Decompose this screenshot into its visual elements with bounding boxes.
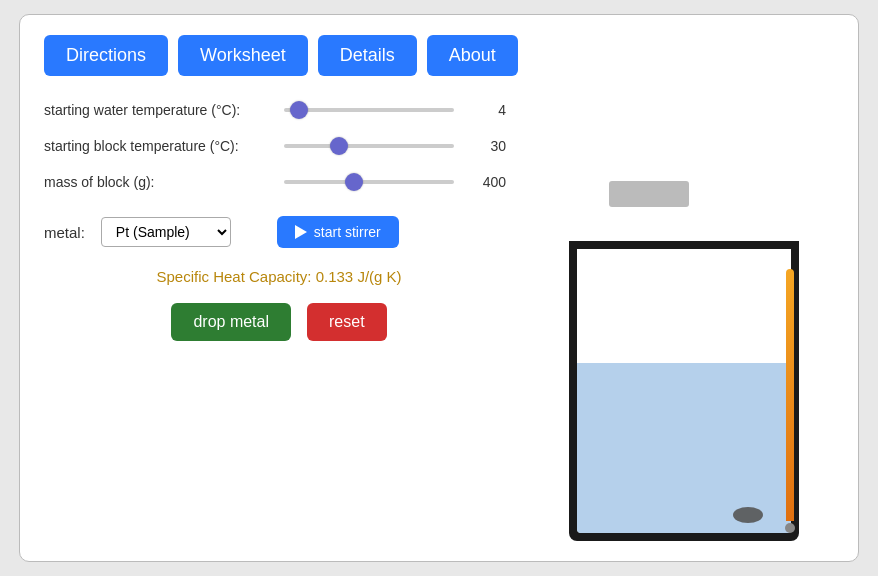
mass-row: mass of block (g): 400 (44, 174, 514, 190)
block-temp-label: starting block temperature (°C): (44, 138, 284, 154)
worksheet-button[interactable]: Worksheet (178, 35, 308, 76)
header-buttons: Directions Worksheet Details About (44, 35, 834, 76)
visualization-panel: // ticks drawn below in inline SVG (534, 98, 834, 541)
mass-slider[interactable] (284, 180, 454, 184)
start-stirrer-button[interactable]: start stirrer (277, 216, 399, 248)
metal-row: metal: Pt (Sample) Al (Aluminum) Cu (Cop… (44, 216, 514, 248)
water-temp-label: starting water temperature (°C): (44, 102, 284, 118)
calorimeter-inner (577, 249, 791, 533)
water-fill (577, 363, 791, 533)
specific-heat-display: Specific Heat Capacity: 0.133 J/(g K) (44, 268, 514, 285)
metal-select[interactable]: Pt (Sample) Al (Aluminum) Cu (Copper) Fe… (101, 217, 231, 247)
calorimeter: // ticks drawn below in inline SVG (549, 181, 819, 541)
gray-block (609, 181, 689, 207)
block-temp-row: starting block temperature (°C): 30 (44, 138, 514, 154)
start-stirrer-label: start stirrer (314, 224, 381, 240)
block-temp-slider[interactable] (284, 144, 454, 148)
water-temp-slider[interactable] (284, 108, 454, 112)
water-temp-value: 4 (464, 102, 506, 118)
drop-metal-button[interactable]: drop metal (171, 303, 291, 341)
calorimeter-outer (569, 241, 799, 541)
thermo-right-end (785, 523, 795, 533)
water-temp-row: starting water temperature (°C): 4 (44, 102, 514, 118)
action-buttons: drop metal reset (44, 303, 514, 341)
metal-thermometer (785, 269, 795, 533)
controls-panel: starting water temperature (°C): 4 start… (44, 98, 514, 541)
mass-value: 400 (464, 174, 506, 190)
block-temp-value: 30 (464, 138, 506, 154)
directions-button[interactable]: Directions (44, 35, 168, 76)
main-card: Directions Worksheet Details About start… (19, 14, 859, 562)
details-button[interactable]: Details (318, 35, 417, 76)
play-icon (295, 225, 307, 239)
mass-label: mass of block (g): (44, 174, 284, 190)
about-button[interactable]: About (427, 35, 518, 76)
metal-weight (733, 507, 763, 523)
reset-button[interactable]: reset (307, 303, 387, 341)
thermo-right-tube (786, 269, 794, 521)
metal-label: metal: (44, 224, 85, 241)
content-area: starting water temperature (°C): 4 start… (44, 98, 834, 541)
